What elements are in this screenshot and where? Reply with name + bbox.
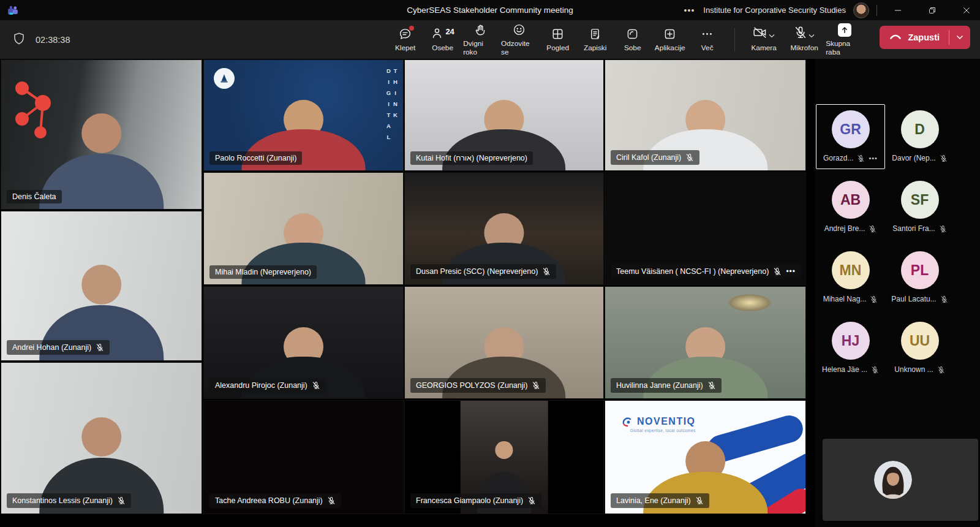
- video-tile-dusan[interactable]: Dusan Presic (SCC) (Nepreverjeno): [405, 173, 603, 284]
- video-tile-paolo[interactable]: THINK DIGITAL Paolo Roccetti (Zunanji): [204, 60, 403, 170]
- leave-chevron-icon[interactable]: [949, 35, 970, 40]
- participant-name: Davor (Nep...: [892, 154, 935, 162]
- shield-icon: [12, 32, 26, 48]
- muted-mic-icon: [857, 154, 865, 162]
- notes-label: Zapiski: [584, 44, 606, 52]
- self-avatar: [874, 461, 912, 499]
- avatar: AB: [832, 181, 870, 219]
- participant-name: Dusan Presic (SCC) (Nepreverjeno): [416, 268, 538, 276]
- video-tile-huvilinna[interactable]: Huvilinna Janne (Zunanji): [605, 287, 805, 398]
- video-tile-alexandru[interactable]: Alexandru Pirojoc (Zunanji): [204, 287, 403, 398]
- participant-name: Alexandru Pirojoc (Zunanji): [215, 382, 307, 390]
- participant-name: Mihael Nag...: [823, 295, 867, 303]
- participant-more-icon[interactable]: •••: [869, 154, 878, 162]
- sidebar-participant-unknown[interactable]: UU Unknown ...: [885, 316, 954, 381]
- participant-name: Francesca Giampaolo (Zunanji): [416, 497, 523, 505]
- muted-mic-icon: [869, 225, 876, 233]
- react-button[interactable]: Odzovite se: [499, 21, 539, 59]
- tile-more-icon[interactable]: •••: [786, 268, 796, 275]
- more-label: Več: [701, 44, 714, 52]
- video-tile-tache[interactable]: Tache Andreea ROBU (Zunanji): [204, 401, 403, 514]
- raise-hand-button[interactable]: Dvigni roko: [461, 21, 499, 59]
- muted-mic-icon: [695, 496, 704, 505]
- participant-name: Denis Čaleta: [12, 193, 56, 201]
- titlebar-more-icon[interactable]: •••: [683, 6, 696, 15]
- camera-chevron-icon[interactable]: [769, 31, 775, 40]
- notes-button[interactable]: Zapiski: [576, 25, 614, 55]
- raise-hand-icon: [474, 23, 487, 37]
- name-chip: Francesca Giampaolo (Zunanji): [410, 493, 541, 508]
- chat-button[interactable]: Klepet: [386, 25, 424, 55]
- noventiq-tagline: Global expertise, local outcomes: [621, 428, 696, 433]
- rooms-button[interactable]: Sobe: [614, 25, 651, 55]
- muted-mic-icon: [871, 366, 879, 374]
- participant-name: Ciril Kafol (Zunanji): [616, 154, 681, 162]
- participant-name: Paolo Roccetti (Zunanji): [215, 154, 296, 162]
- video-tile-andrei[interactable]: Andrei Hohan (Zunanji): [1, 211, 202, 360]
- participant-name: Unknown ...: [894, 365, 933, 374]
- minimize-button[interactable]: [884, 0, 911, 20]
- participant-name: Konstantinos Lessis (Zunanji): [12, 497, 113, 505]
- notes-icon: [589, 28, 601, 41]
- avatar: UU: [901, 322, 939, 360]
- video-tile-teemu[interactable]: Teemu Väisänen ( NCSC-FI ) (Nepreverjeno…: [605, 173, 805, 284]
- muted-mic-icon: [117, 496, 126, 505]
- share-button[interactable]: Skupna raba: [824, 21, 865, 59]
- share-icon: [838, 23, 851, 37]
- video-tile-ciril[interactable]: Ciril Kafol (Zunanji): [605, 60, 805, 170]
- people-icon: [431, 27, 443, 42]
- mic-chevron-icon[interactable]: [809, 31, 815, 40]
- restore-button[interactable]: [919, 0, 946, 20]
- camera-button[interactable]: Kamera: [744, 25, 784, 55]
- people-button[interactable]: 24 Osebe: [424, 25, 461, 55]
- close-button[interactable]: [953, 0, 980, 20]
- people-label: Osebe: [432, 44, 453, 52]
- sidebar-participant-helena[interactable]: HJ Helena Jäe ...: [816, 316, 885, 381]
- sidebar-participant-santori[interactable]: SF Santori Fra...: [885, 175, 954, 240]
- share-label: Skupna raba: [826, 39, 864, 56]
- video-tile-konstantinos[interactable]: Konstantinos Lessis (Zunanji): [1, 363, 202, 514]
- sidebar-participant-andrej[interactable]: AB Andrej Bre...: [816, 175, 885, 240]
- video-tile-kutai[interactable]: Kutai Hofit (אורח) (Nepreverjeno): [405, 60, 603, 170]
- video-tile-georgios[interactable]: GEORGIOS POLYZOS (Zunanji): [405, 287, 603, 398]
- account-name[interactable]: Institute for Corporative Security Studi…: [703, 6, 846, 15]
- leave-button[interactable]: Zapusti: [880, 26, 970, 49]
- avatar: PL: [901, 251, 939, 289]
- apps-button[interactable]: Aplikacije: [651, 25, 688, 55]
- name-chip: Mihai Mladin (Nepreverjeno): [209, 265, 317, 279]
- name-chip: Paolo Roccetti (Zunanji): [209, 151, 302, 165]
- muted-mic-icon: [773, 267, 782, 276]
- mic-button[interactable]: Mikrofon: [784, 25, 824, 55]
- meeting-toolbar: 02:38:38 Klepet 24: [0, 20, 980, 59]
- self-view-tile[interactable]: [823, 439, 978, 521]
- video-tile-denis[interactable]: Denis Čaleta: [1, 60, 202, 209]
- name-chip: Teemu Väisänen ( NCSC-FI ) (Nepreverjeno…: [611, 264, 801, 279]
- name-chip: Ciril Kafol (Zunanji): [611, 150, 699, 165]
- teams-app-icon: [7, 5, 18, 16]
- account-avatar[interactable]: [853, 2, 869, 18]
- chat-label: Klepet: [395, 44, 415, 52]
- name-chip: Tache Andreea ROBU (Zunanji): [209, 493, 341, 508]
- name-chip: Alexandru Pirojoc (Zunanji): [209, 378, 326, 393]
- muted-mic-icon: [940, 295, 948, 303]
- muted-mic-icon: [939, 225, 947, 233]
- chat-notification-dot: [409, 26, 414, 31]
- view-label: Pogled: [546, 44, 569, 52]
- noventiq-logo-icon: [621, 415, 633, 428]
- avatar: SF: [901, 181, 939, 219]
- participant-name: GEORGIOS POLYZOS (Zunanji): [416, 382, 527, 390]
- video-tile-mihai[interactable]: Mihai Mladin (Nepreverjeno): [204, 173, 403, 284]
- sidebar-participant-davor[interactable]: D Davor (Nep...: [885, 104, 954, 169]
- muted-mic-icon: [327, 496, 336, 505]
- participant-name: Helena Jäe ...: [822, 365, 867, 374]
- video-tile-lavinia[interactable]: NOVENTIQ Global expertise, local outcome…: [605, 401, 805, 514]
- more-button[interactable]: Več: [688, 25, 726, 55]
- name-chip: Huvilinna Janne (Zunanji): [611, 378, 722, 393]
- view-button[interactable]: Pogled: [539, 25, 576, 55]
- participant-name: Andrej Bre...: [824, 224, 865, 233]
- sidebar-participant-mihael[interactable]: MN Mihael Nag...: [816, 245, 885, 310]
- participant-name: Lavinia, Ene (Zunanji): [616, 497, 691, 505]
- sidebar-participant-gorazd[interactable]: GR Gorazd... •••: [816, 104, 885, 169]
- video-tile-francesca[interactable]: Francesca Giampaolo (Zunanji): [405, 401, 603, 514]
- sidebar-participant-paul[interactable]: PL Paul Lacatu...: [885, 245, 954, 310]
